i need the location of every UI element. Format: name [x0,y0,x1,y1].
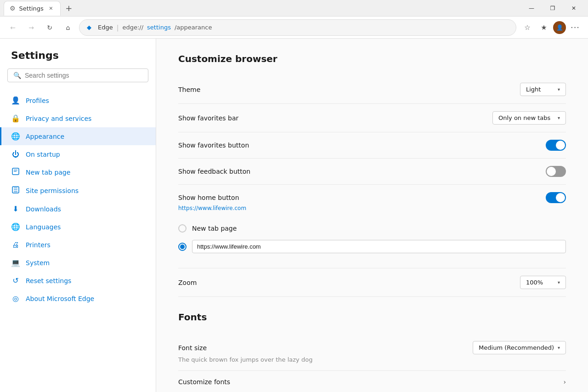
zoom-label: Zoom [178,279,197,286]
font-size-chevron-icon: ▾ [558,345,560,350]
sidebar-item-label: Reset settings [26,277,71,284]
search-box[interactable]: 🔍 [7,68,148,82]
sidebar-item-resetsettings[interactable]: ↺ Reset settings [0,272,156,290]
appearance-icon: 🌐 [11,132,20,141]
edge-label: Edge [98,24,113,31]
search-input[interactable] [25,72,142,79]
sitepermissions-icon [11,186,20,195]
font-size-dropdown[interactable]: Medium (Recommended) ▾ [473,341,566,354]
feedback-button-toggle[interactable] [546,166,566,177]
back-button[interactable]: ← [6,20,20,35]
profiles-icon: 👤 [11,96,20,105]
theme-label: Theme [178,86,200,93]
downloads-icon: ⬇ [11,205,20,213]
favorites-bar-dropdown[interactable]: Only on new tabs ▾ [492,111,566,125]
search-icon: 🔍 [13,72,21,79]
radio-new-tab-item[interactable]: New tab page [178,221,566,236]
url-suffix: /appearance [175,24,212,31]
font-size-header: Font size Medium (Recommended) ▾ [178,341,566,354]
favorites-button-toggle[interactable] [546,140,566,151]
radio-new-tab-circle[interactable] [178,224,187,233]
section-title: Customize browser [178,53,566,64]
sidebar-item-label: Appearance [26,133,64,140]
font-size-setting-block: Font size Medium (Recommended) ▾ The qui… [178,334,566,371]
url-highlight: settings [147,24,171,31]
privacy-icon: 🔒 [11,114,20,123]
sidebar-item-newtab[interactable]: New tab page [0,163,156,182]
customize-fonts-chevron-icon: › [563,378,566,386]
zoom-setting-row: Zoom 100% ▾ [178,268,566,297]
sidebar-item-profiles[interactable]: 👤 Profiles [0,91,156,109]
settings-tab-label: Settings [19,5,44,12]
zoom-dropdown[interactable]: 100% ▾ [520,276,566,289]
home-button-label: Show home button [178,194,239,201]
sidebar-item-label: Languages [26,223,61,231]
favorites-star-icon[interactable]: ☆ [520,20,535,35]
home-button-toggle[interactable] [546,192,566,203]
addressbar: ← → ↻ ⌂ ◆ Edge | edge://settings/appeara… [0,17,588,39]
sidebar-item-sitepermissions[interactable]: Site permissions [0,182,156,200]
zoom-chevron-icon: ▾ [558,280,560,285]
home-button-header: Show home button [178,192,566,203]
sidebar-item-label: Site permissions [26,187,79,194]
home-button-radio-options: New tab page [178,217,566,261]
url-prefix: edge:// [122,24,143,31]
restore-button[interactable]: ❐ [542,1,563,16]
sidebar-item-onstartup[interactable]: ⏻ On startup [0,145,156,163]
address-field[interactable]: ◆ Edge | edge://settings/appearance [79,19,516,36]
radio-url-circle[interactable] [178,243,187,251]
sidebar-item-system[interactable]: 💻 System [0,254,156,272]
window-controls: — ❐ ✕ [521,1,584,16]
settings-tab-icon: ⚙ [10,5,16,12]
favorites-bar-setting-row: Show favorites bar Only on new tabs ▾ [178,104,566,132]
profile-avatar[interactable]: 👤 [553,21,566,34]
home-button[interactable]: ⌂ [61,20,75,35]
radio-url-item[interactable] [178,236,566,257]
home-button-toggle-thumb [556,193,565,202]
languages-icon: 🌐 [11,222,20,231]
sidebar-item-languages[interactable]: 🌐 Languages [0,218,156,236]
home-url-input[interactable] [192,240,566,253]
home-url-subtitle: https://www.lifewire.com [178,205,566,211]
theme-setting-row: Theme Light ▾ [178,75,566,104]
sidebar-item-downloads[interactable]: ⬇ Downloads [0,200,156,218]
sidebar-item-label: Printers [26,241,51,249]
sidebar-item-privacy[interactable]: 🔒 Privacy and services [0,109,156,127]
sidebar-item-printers[interactable]: 🖨 Printers [0,236,156,254]
sidebar-item-about[interactable]: ◎ About Microsoft Edge [0,290,156,307]
customize-fonts-row[interactable]: Customize fonts › [178,371,566,392]
forward-button[interactable]: → [24,20,39,35]
sidebar-item-label: Downloads [26,205,61,213]
favorites-bar-value: Only on new tabs [498,114,550,121]
feedback-button-toggle-thumb [547,167,556,176]
zoom-value: 100% [526,279,543,286]
new-tab-button[interactable]: + [62,2,75,15]
sidebar-item-label: New tab page [26,169,70,176]
sidebar-item-appearance[interactable]: 🌐 Appearance [0,127,156,145]
settings-tab[interactable]: ⚙ Settings ✕ [4,1,61,16]
favorites-collection-icon[interactable]: ★ [537,20,551,35]
theme-dropdown[interactable]: Light ▾ [520,83,566,96]
edge-logo-icon: ◆ [87,24,94,31]
feedback-button-label: Show feedback button [178,168,250,175]
favorites-button-toggle-thumb [556,141,565,150]
onstartup-icon: ⏻ [11,150,20,159]
system-icon: 💻 [11,258,20,267]
sidebar: Settings 🔍 👤 Profiles 🔒 Privacy and serv… [0,39,156,392]
theme-value: Light [526,86,541,93]
tab-close-button[interactable]: ✕ [47,5,55,12]
fonts-section: Fonts Font size Medium (Recommended) ▾ T… [178,312,566,392]
about-icon: ◎ [11,294,20,303]
favorites-bar-label: Show favorites bar [178,114,238,122]
sidebar-nav: 👤 Profiles 🔒 Privacy and services 🌐 Appe… [0,88,156,311]
close-button[interactable]: ✕ [563,1,584,16]
content-area: Customize browser Theme Light ▾ Show fav… [156,39,588,392]
refresh-button[interactable]: ↻ [42,20,57,35]
radio-new-tab-label: New tab page [192,225,237,232]
minimize-button[interactable]: — [521,1,542,16]
titlebar: ⚙ Settings ✕ + — ❐ ✕ [0,0,588,17]
theme-chevron-icon: ▾ [558,87,560,92]
feedback-button-setting-row: Show feedback button [178,159,566,185]
more-menu-button[interactable]: ··· [568,20,582,35]
sidebar-item-label: Profiles [26,97,49,104]
